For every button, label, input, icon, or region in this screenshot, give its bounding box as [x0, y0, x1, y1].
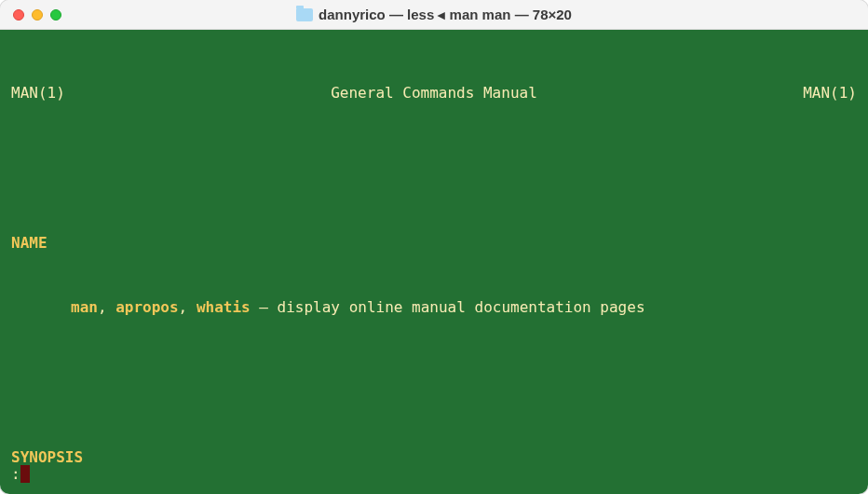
name-line: man, apropos, whatis — display online ma…: [11, 296, 857, 318]
terminal-body[interactable]: MAN(1) General Commands Manual MAN(1) NA…: [0, 30, 868, 494]
pager-prompt[interactable]: :: [11, 463, 30, 485]
terminal-window: dannyrico — less ◂ man man — 78×20 MAN(1…: [0, 0, 868, 494]
prompt-char: :: [11, 463, 20, 485]
folder-icon: [296, 8, 313, 21]
title-text: dannyrico — less ◂ man man — 78×20: [319, 7, 572, 23]
blank: [11, 146, 857, 168]
minimize-icon[interactable]: [32, 9, 43, 21]
window-controls: [0, 9, 61, 21]
titlebar[interactable]: dannyrico — less ◂ man man — 78×20: [0, 0, 868, 30]
section-name-heading: NAME: [11, 232, 857, 254]
man-header: MAN(1) General Commands Manual MAN(1): [11, 82, 857, 103]
header-left: MAN(1): [11, 82, 65, 103]
header-right: MAN(1): [803, 82, 857, 103]
window-title: dannyrico — less ◂ man man — 78×20: [0, 7, 868, 23]
zoom-icon[interactable]: [50, 9, 61, 21]
section-synopsis-heading: SYNOPSIS: [11, 446, 857, 468]
cursor-icon: [20, 465, 30, 483]
close-icon[interactable]: [13, 9, 24, 21]
header-center: General Commands Manual: [331, 82, 537, 103]
blank: [11, 361, 857, 382]
